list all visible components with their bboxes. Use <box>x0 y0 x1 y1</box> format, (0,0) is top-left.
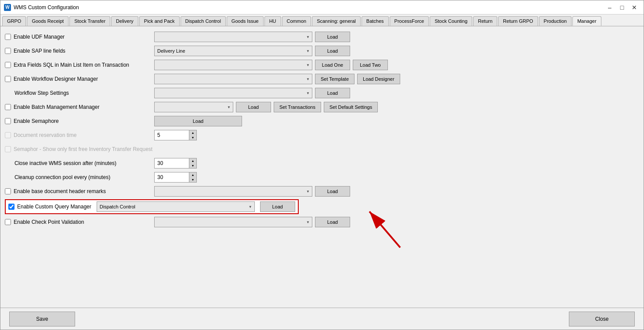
tab-processforce[interactable]: ProcessForce <box>390 16 429 26</box>
dropdown-extra-fields[interactable] <box>154 60 312 70</box>
spinner-down-cleanup[interactable]: ▼ <box>189 177 196 182</box>
tab-common[interactable]: Common <box>282 16 311 26</box>
checkbox-enable-custom-query[interactable] <box>8 204 14 210</box>
row-label-semaphor-show: Semaphor - Show only first free Inventor… <box>5 146 154 152</box>
select-workflow-step[interactable] <box>154 88 312 98</box>
input-doc-reservation[interactable] <box>154 130 189 140</box>
dropdown-custom-query[interactable]: Dispatch Control <box>97 201 255 212</box>
dropdown-workflow-designer[interactable] <box>154 74 312 84</box>
close-button[interactable]: Close <box>569 312 635 326</box>
row-close-inactive: Close inactive WMS session after (minute… <box>5 157 639 169</box>
checkbox-enable-sap-line-fields[interactable] <box>5 48 11 54</box>
tab-delivery[interactable]: Delivery <box>111 16 138 26</box>
tab-grpo[interactable]: GRPO <box>2 16 26 26</box>
spinner-doc-reservation: ▲ ▼ <box>154 130 197 140</box>
load-two-button[interactable]: Load Two <box>353 60 388 70</box>
select-udf[interactable] <box>154 32 312 42</box>
spinner-up-cleanup[interactable]: ▲ <box>189 172 196 177</box>
checkbox-enable-base-doc[interactable] <box>5 188 11 194</box>
minimize-button[interactable]: – <box>604 3 615 12</box>
checkbox-enable-udf-manager[interactable] <box>5 34 11 40</box>
spinner-up-doc[interactable]: ▲ <box>189 130 196 135</box>
set-transactions-button[interactable]: Set Transactions <box>274 102 321 112</box>
spinner-down-doc[interactable]: ▼ <box>189 135 196 140</box>
checkbox-enable-semaphore[interactable] <box>5 118 11 124</box>
load-udf-button[interactable]: Load <box>315 32 350 42</box>
tab-manager[interactable]: Manager <box>572 16 601 26</box>
load-semaphore-button[interactable]: Load <box>154 116 242 126</box>
input-close-inactive[interactable] <box>154 158 189 169</box>
label-enable-batch-management: Enable Batch Management Manager <box>14 104 99 110</box>
checkbox-enable-check-point[interactable] <box>5 219 11 225</box>
checkbox-doc-reservation[interactable] <box>5 132 11 138</box>
dropdown-udf[interactable] <box>154 32 312 42</box>
row-semaphor-show: Semaphor - Show only first free Inventor… <box>5 143 639 155</box>
spinner-down-close-inactive[interactable]: ▼ <box>189 163 196 168</box>
load-sap-button[interactable]: Load <box>315 46 350 56</box>
tab-goods-issue[interactable]: Goods Issue <box>227 16 264 26</box>
checkbox-enable-workflow-designer[interactable] <box>5 76 11 82</box>
select-custom-query[interactable]: Dispatch Control <box>97 201 255 212</box>
tab-scanning-general[interactable]: Scanning: general <box>312 16 361 26</box>
row-label-close-inactive: Close inactive WMS session after (minute… <box>5 160 154 166</box>
tab-return-grpo[interactable]: Return GRPO <box>498 16 538 26</box>
checkbox-enable-batch-management[interactable] <box>5 104 11 110</box>
spinner-close-inactive: ▲ ▼ <box>154 158 197 169</box>
row-cleanup-connection: Cleanup connection pool every (minutes) … <box>5 171 639 183</box>
label-semaphor-show: Semaphor - Show only first free Inventor… <box>14 146 152 152</box>
row-enable-check-point: Enable Check Point Validation Load <box>5 216 639 228</box>
select-batch[interactable] <box>154 102 233 112</box>
checkbox-extra-fields-sql[interactable] <box>5 62 11 68</box>
load-designer-button[interactable]: Load Designer <box>357 74 400 84</box>
footer: Save Close <box>0 308 644 330</box>
load-base-doc-button[interactable]: Load <box>315 186 350 197</box>
dropdown-workflow-step[interactable] <box>154 88 312 98</box>
tab-stock-counting[interactable]: Stock Counting <box>430 16 472 26</box>
select-extra-fields[interactable] <box>154 60 312 70</box>
tab-bar: GRPO Goods Receipt Stock Transfer Delive… <box>0 14 644 26</box>
load-custom-query-button[interactable]: Load <box>260 201 295 212</box>
row-workflow-step-settings: Workflow Step Settings Load <box>5 87 639 99</box>
close-button[interactable]: ✕ <box>629 3 640 12</box>
spinner-arrows-close-inactive: ▲ ▼ <box>189 158 197 169</box>
label-enable-sap-line-fields: Enable SAP line fields <box>14 48 65 54</box>
label-close-inactive: Close inactive WMS session after (minute… <box>14 160 116 166</box>
checkbox-semaphor-show[interactable] <box>5 146 11 152</box>
dropdown-check-point[interactable] <box>154 217 312 227</box>
select-check-point[interactable] <box>154 217 312 227</box>
row-label-workflow-step: Workflow Step Settings <box>5 90 154 96</box>
set-template-button[interactable]: Set Template <box>315 74 355 84</box>
load-workflow-button[interactable]: Load <box>315 88 350 98</box>
maximize-button[interactable]: □ <box>616 3 628 12</box>
tab-batches[interactable]: Batches <box>362 16 389 26</box>
tab-pick-and-pack[interactable]: Pick and Pack <box>139 16 180 26</box>
tab-goods-receipt[interactable]: Goods Receipt <box>27 16 69 26</box>
title-bar-left: W WMS Custom Configuration <box>4 4 79 11</box>
row-enable-base-doc: Enable base document header remarks Load <box>5 185 639 197</box>
tab-return[interactable]: Return <box>473 16 497 26</box>
load-one-button[interactable]: Load One <box>315 60 350 70</box>
set-default-settings-button[interactable]: Set Default Settings <box>324 102 378 112</box>
select-workflow-designer[interactable] <box>154 74 312 84</box>
dropdown-sap[interactable]: Delivery Line <box>154 46 312 56</box>
load-check-point-button[interactable]: Load <box>315 217 350 227</box>
row-label-semaphore: Enable Semaphore <box>5 118 154 124</box>
row-enable-sap-line-fields: Enable SAP line fields Delivery Line Loa… <box>5 45 639 57</box>
tab-stock-transfer[interactable]: Stock Transfer <box>69 16 110 26</box>
load-batch-button[interactable]: Load <box>236 102 271 112</box>
select-sap[interactable]: Delivery Line <box>154 46 312 56</box>
dropdown-base-doc[interactable] <box>154 186 312 197</box>
spinner-up-close-inactive[interactable]: ▲ <box>189 158 196 163</box>
row-label-base-doc: Enable base document header remarks <box>5 188 154 194</box>
save-button[interactable]: Save <box>9 312 75 326</box>
dropdown-batch[interactable] <box>154 102 233 112</box>
row-label-extra-fields: Extra Fields SQL in Main List Item on Tr… <box>5 62 154 68</box>
tab-production[interactable]: Production <box>539 16 572 26</box>
tab-hu[interactable]: HU <box>264 16 281 26</box>
title-bar: W WMS Custom Configuration – □ ✕ <box>0 0 644 14</box>
window-title: WMS Custom Configuration <box>14 4 79 11</box>
tab-dispatch-control[interactable]: Dispatch Control <box>181 16 226 26</box>
input-cleanup[interactable] <box>154 172 189 183</box>
label-enable-custom-query: Enable Custom Query Manager <box>17 204 91 210</box>
select-base-doc[interactable] <box>154 186 312 197</box>
